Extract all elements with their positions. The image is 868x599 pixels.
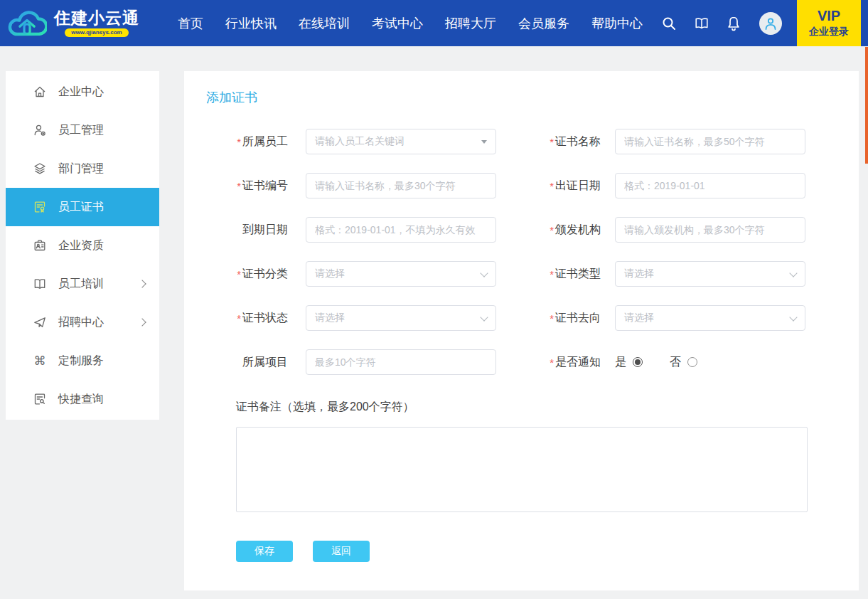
field-label-certificate-category: * 证书分类	[184, 267, 288, 282]
page-scrollbar-thumb[interactable]	[865, 47, 868, 164]
field-expiry-date[interactable]	[306, 217, 496, 243]
required-mark: *	[550, 136, 554, 148]
form-row: 到期日期 * 颁发机构	[184, 217, 859, 243]
open-book-icon	[33, 277, 47, 291]
field-label-owner-employee: * 所属员工	[184, 134, 288, 149]
field-label-certificate-name: * 证书名称	[496, 134, 601, 149]
dropdown-caret-icon	[481, 140, 487, 144]
enterprise-login-label: 企业登录	[809, 26, 849, 38]
vip-label: VIP	[818, 8, 840, 24]
field-issuing-authority[interactable]	[615, 217, 805, 243]
form-row: * 证书分类 请选择 * 证书类型 请选择	[184, 261, 859, 287]
sidebar-item-employee-certificates[interactable]: 员工证书	[6, 188, 159, 226]
field-label-certificate-number: * 证书编号	[184, 179, 288, 194]
form-row: * 证书状态 请选择 * 证书去向 请选择	[184, 305, 859, 331]
sidebar-item-label: 企业中心	[58, 85, 104, 100]
open-book-icon[interactable]	[694, 16, 709, 31]
command-icon: ⌘	[33, 354, 47, 368]
save-button[interactable]: 保存	[236, 541, 293, 562]
nav-industry-news[interactable]: 行业快讯	[225, 15, 277, 32]
required-mark: *	[237, 180, 241, 192]
form-buttons: 保存 返回	[236, 541, 370, 562]
sidebar-item-department-management[interactable]: 部门管理	[6, 149, 159, 188]
radio-label-yes: 是	[615, 355, 626, 370]
sidebar-item-label: 企业资质	[58, 238, 104, 253]
logo-title: 住建小云通	[54, 9, 139, 27]
sidebar-item-label: 员工培训	[58, 277, 104, 292]
remark-label: 证书备注（选填，最多200个字符）	[236, 400, 414, 415]
required-mark: *	[237, 312, 241, 324]
main-panel: 添加证书 * 所属员工 请输入员工名关键词 * 证书名称	[184, 71, 859, 590]
field-certificate-category[interactable]: 请选择	[306, 261, 496, 287]
user-avatar[interactable]	[759, 12, 782, 35]
field-certificate-name[interactable]	[615, 129, 805, 154]
required-mark: *	[550, 312, 554, 324]
nav-help-center[interactable]: 帮助中心	[591, 15, 643, 32]
form-row: * 所属员工 请输入员工名关键词 * 证书名称	[184, 129, 859, 154]
vip-login-button[interactable]: VIP 企业登录	[797, 0, 861, 46]
field-label-certificate-destination: * 证书去向	[496, 311, 601, 326]
field-certificate-status[interactable]: 请选择	[306, 305, 496, 331]
chevron-right-icon	[138, 318, 146, 326]
nav-exam-center[interactable]: 考试中心	[372, 15, 423, 32]
back-button[interactable]: 返回	[313, 541, 370, 562]
field-label-expiry-date: 到期日期	[184, 223, 288, 238]
sidebar-item-label: 定制服务	[58, 354, 104, 369]
user-gear-icon	[33, 123, 47, 137]
header-icons	[661, 12, 782, 35]
sidebar: 企业中心 员工管理 部门管理 员工证书	[6, 71, 159, 420]
cloud-home-logo-icon	[7, 6, 47, 41]
field-label-project: 所属项目	[184, 355, 288, 370]
home-icon	[33, 85, 47, 99]
field-label-issuing-authority: * 颁发机构	[496, 223, 601, 238]
field-label-notify: * 是否通知	[496, 355, 601, 370]
field-label-certificate-type: * 证书类型	[496, 267, 601, 282]
remark-textarea[interactable]	[236, 427, 808, 512]
radio-yes[interactable]	[633, 357, 643, 367]
main-nav: 首页 行业快讯 在线培训 考试中心 招聘大厅 会员服务 帮助中心	[178, 15, 643, 32]
page-title: 添加证书	[206, 89, 257, 106]
field-label-issue-date: * 出证日期	[496, 179, 601, 194]
sidebar-item-custom-services[interactable]: ⌘ 定制服务	[6, 341, 159, 380]
logo-url-badge: www.qjiansys.com	[65, 28, 128, 37]
nav-recruitment-hall[interactable]: 招聘大厅	[445, 15, 496, 32]
sidebar-item-employee-training[interactable]: 员工培训	[6, 265, 159, 303]
header: 住建小云通 www.qjiansys.com 首页 行业快讯 在线培训 考试中心…	[0, 0, 868, 46]
layers-icon	[33, 161, 47, 176]
field-owner-employee[interactable]: 请输入员工名关键词	[306, 129, 496, 154]
form-row: * 证书编号 * 出证日期	[184, 173, 859, 198]
sidebar-item-label: 快捷查询	[58, 392, 104, 407]
radio-no[interactable]	[687, 357, 697, 367]
sidebar-item-label: 员工管理	[58, 123, 104, 138]
certificate-icon	[33, 200, 47, 214]
app-logo[interactable]: 住建小云通 www.qjiansys.com	[7, 6, 139, 41]
paper-plane-icon	[33, 315, 47, 329]
nav-online-training[interactable]: 在线培训	[299, 15, 350, 32]
sidebar-item-employee-management[interactable]: 员工管理	[6, 111, 159, 149]
sidebar-item-recruitment-center[interactable]: 招聘中心	[6, 303, 159, 341]
required-mark: *	[237, 136, 241, 148]
field-issue-date[interactable]	[615, 173, 805, 198]
sidebar-item-label: 招聘中心	[58, 315, 104, 330]
required-mark: *	[237, 268, 241, 280]
bell-icon[interactable]	[727, 16, 742, 31]
field-certificate-number[interactable]	[306, 173, 496, 198]
radio-label-no: 否	[670, 355, 681, 370]
notify-radio-group: 是 否	[615, 349, 805, 375]
sidebar-item-enterprise-center[interactable]: 企业中心	[6, 73, 159, 111]
nav-home[interactable]: 首页	[178, 15, 203, 32]
chevron-right-icon	[138, 280, 146, 287]
search-icon[interactable]	[661, 16, 677, 31]
nav-member-services[interactable]: 会员服务	[518, 15, 569, 32]
page: { "header": { "logo_title": "住建小云通", "lo…	[0, 0, 868, 599]
required-mark: *	[550, 224, 554, 236]
required-mark: *	[550, 180, 554, 192]
field-certificate-destination[interactable]: 请选择	[615, 305, 805, 331]
sidebar-item-quick-query[interactable]: 快捷查询	[6, 380, 159, 418]
certificate-form: * 所属员工 请输入员工名关键词 * 证书名称 * 证书编号	[184, 129, 859, 393]
sidebar-item-enterprise-qualifications[interactable]: 企业资质	[6, 226, 159, 265]
field-certificate-type[interactable]: 请选择	[615, 261, 805, 287]
field-label-certificate-status: * 证书状态	[184, 311, 288, 326]
file-search-icon	[33, 392, 47, 406]
field-project[interactable]	[306, 349, 496, 375]
